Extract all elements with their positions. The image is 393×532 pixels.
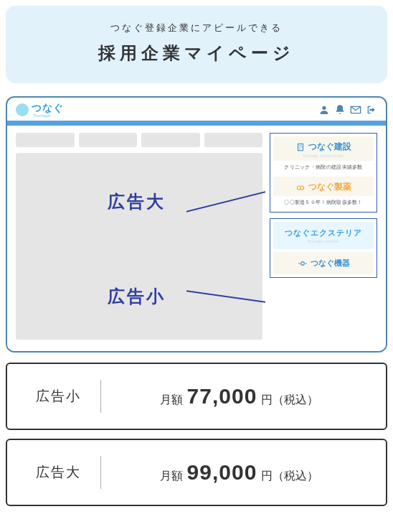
ad-title: つなぐ製薬	[308, 181, 351, 193]
ad-card-construction[interactable]: つなぐ建設 Tsunagu construction クリニック・病院の建設実績…	[273, 136, 374, 174]
ad-sub: Tsunagu exterior	[276, 239, 371, 243]
bell-icon[interactable]	[334, 104, 346, 116]
brand-logo-icon	[16, 103, 29, 116]
device-icon	[298, 258, 308, 269]
ad-sub: Tsunagu construction	[276, 154, 371, 158]
svg-rect-1	[298, 144, 303, 150]
tab-placeholder	[204, 133, 263, 147]
tab-placeholder	[79, 133, 138, 147]
building-icon	[295, 142, 306, 152]
ad-card-exterior[interactable]: つなぐエクステリア Tsunagu exterior	[273, 222, 374, 249]
hero-banner: つなぐ登録企業にアピールできる 採用企業マイページ	[6, 6, 387, 83]
ad-card-pharma[interactable]: つなぐ製薬 〇〇製造５０年！病院取扱多数！	[273, 177, 374, 209]
price-name: 広告大	[19, 463, 98, 482]
ad-title: つなぐ機器	[311, 258, 350, 269]
overlay-label-large: 広告大	[108, 190, 166, 213]
logout-icon[interactable]	[366, 104, 377, 116]
banner-title: 採用企業マイページ	[6, 42, 387, 65]
price-amount: 77,000	[187, 384, 257, 409]
mockup-nav-bar	[7, 121, 386, 126]
price-amount: 99,000	[187, 460, 257, 485]
brand-name: つなぐ	[32, 102, 64, 113]
ad-small-group: つなぐエクステリア Tsunagu exterior つなぐ機器	[270, 218, 377, 278]
overlay-label-small: 広告小	[108, 285, 166, 308]
pill-icon	[295, 182, 306, 192]
mypage-mockup: つなぐ Tsunagu	[6, 96, 387, 353]
brand: つなぐ Tsunagu	[16, 102, 64, 118]
price-unit: 円（税込）	[261, 469, 318, 484]
brand-sub: Tsunagu	[33, 113, 64, 118]
ad-title: つなぐ建設	[308, 141, 351, 153]
svg-point-3	[300, 261, 304, 265]
ad-tagline: クリニック・病院の建設実績多数	[273, 161, 374, 174]
price-card-small: 広告小 月額 77,000 円（税込）	[6, 363, 387, 430]
price-unit: 円（税込）	[261, 393, 318, 408]
ad-large-group: つなぐ建設 Tsunagu construction クリニック・病院の建設実績…	[270, 133, 377, 213]
divider	[100, 456, 101, 489]
ad-title: つなぐエクステリア	[276, 228, 371, 238]
divider	[100, 380, 101, 413]
ad-column: つなぐ建設 Tsunagu construction クリニック・病院の建設実績…	[270, 133, 377, 340]
price-label: 月額	[160, 393, 183, 408]
user-icon[interactable]	[318, 104, 330, 116]
price-card-large: 広告大 月額 99,000 円（税込）	[6, 439, 387, 506]
topbar-icons	[318, 104, 377, 116]
mail-icon[interactable]	[350, 104, 361, 116]
ad-tagline: 〇〇製造５０年！病院取扱多数！	[273, 196, 374, 209]
price-name: 広告小	[19, 387, 98, 406]
tab-placeholder	[16, 133, 75, 147]
tab-placeholder	[141, 133, 200, 147]
banner-subtitle: つなぐ登録企業にアピールできる	[6, 22, 387, 34]
mockup-topbar: つなぐ Tsunagu	[7, 98, 386, 121]
price-label: 月額	[160, 469, 183, 484]
svg-point-0	[322, 106, 326, 110]
tab-bar	[16, 133, 262, 147]
ad-card-kiki[interactable]: つなぐ機器	[273, 252, 374, 274]
